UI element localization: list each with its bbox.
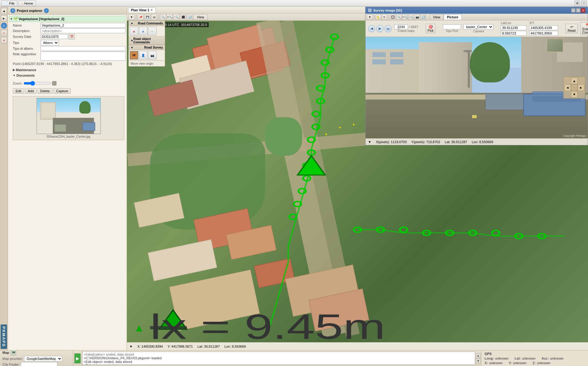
survey-picture-tab[interactable]: Picture (444, 14, 462, 20)
svg-point-18 (423, 230, 430, 236)
survey-y-pixel: Y(pixels): 710,8702 (411, 140, 440, 144)
nav-down-arrow[interactable]: ▼ (571, 91, 578, 98)
nav-back-btn[interactable]: ◄ (1, 8, 7, 14)
survey-tool-6[interactable]: -🔍 (408, 14, 414, 20)
close-btn[interactable]: ✕ (1, 37, 7, 43)
survey-tool-4[interactable]: 🔍 (396, 14, 402, 20)
documents-arrow: ▼ (13, 74, 16, 77)
minimap-icon[interactable]: 🗺 (11, 350, 16, 355)
file-label: File (9, 2, 15, 5)
frame-current-input[interactable] (394, 24, 408, 29)
toolbar-btn-1[interactable]: 📌 (138, 14, 144, 20)
zoom-label: Zoom: (13, 82, 22, 85)
road-survey-dropdown: ▼ (131, 46, 133, 49)
survey-tool-7[interactable]: 📷 (414, 14, 420, 20)
add-btn[interactable]: Add (25, 88, 37, 94)
road-survey-btn-3[interactable]: 📷 (148, 51, 157, 60)
frame-index-label: Frame index (398, 29, 415, 33)
nav-right-arrow[interactable]: ► (578, 84, 584, 91)
tipo-albero-input[interactable] (41, 46, 125, 51)
toolbar-btn-4[interactable]: 🔍 (160, 14, 166, 20)
log-scroll-up[interactable]: ▲ (476, 353, 481, 358)
plan-view-dropdown-btn[interactable]: ▼ (128, 14, 135, 20)
nav-play-btn[interactable]: ▶ (376, 25, 384, 32)
map-provider-select[interactable]: GoogleSatelliteMap (24, 356, 62, 361)
toolbar-btn-5[interactable]: +🔍 (167, 14, 173, 20)
pkmaps-brand: PKMAPS (1, 324, 7, 349)
survey-win-close-btn[interactable]: ✕ (581, 8, 585, 13)
warning-btn[interactable]: ⚠ (1, 30, 7, 36)
road-cmd-btn-1[interactable]: ▲ (130, 27, 138, 35)
survey-date-input[interactable] (41, 34, 68, 39)
enter-coord-btn[interactable]: 📍 Enter Coord. (580, 22, 588, 35)
capture-btn[interactable]: Capture (53, 88, 71, 94)
pick-btn[interactable]: 🎯 Pick (426, 24, 436, 33)
status-dropdown[interactable]: ▼ (368, 140, 371, 144)
survey-win-max-btn[interactable]: □ (576, 8, 580, 13)
move-view-origin-label: Move view origin (131, 62, 153, 65)
info-btn[interactable]: i (1, 23, 7, 29)
edit-btn[interactable]: Edit (13, 88, 24, 94)
survey-tool-8[interactable]: 🔄 (420, 14, 426, 20)
svg-point-22 (515, 234, 522, 239)
road-commands-dropdown: ▼ (131, 22, 133, 25)
survey-lon-status: Lon: 8,593669 (472, 140, 493, 144)
nav-next-btn[interactable]: ⏭ (384, 25, 392, 32)
survey-tool-3[interactable]: 🔲 (390, 14, 395, 20)
vegetation-tree-node[interactable]: ▼ 🌱 Vegetazione [Vegetazione_2] (9, 16, 125, 22)
gps-y-key: Y: (509, 361, 512, 365)
city-finder-input[interactable] (21, 362, 57, 366)
calendar-btn[interactable]: 📅 (69, 34, 75, 39)
camera-select[interactable]: basler_Center (464, 24, 493, 30)
survey-tool-1[interactable]: 📐 (376, 14, 381, 20)
maintenance-section[interactable]: ▶ Maintenance (12, 67, 125, 72)
log-scroll-down[interactable]: ▼ (476, 358, 481, 363)
description-input[interactable] (41, 28, 125, 33)
camera-label: Camera (473, 30, 484, 33)
maintenance-label: Maintenance (16, 68, 36, 72)
view-btn[interactable]: View (193, 14, 207, 20)
home-icon: ⌂ (21, 2, 23, 5)
survey-view-tab[interactable]: View (430, 14, 444, 20)
toolbar-btn-6[interactable]: -🔍 (173, 14, 179, 20)
file-icon: 📄 (4, 1, 8, 5)
y-input[interactable] (529, 31, 558, 36)
nav-forward-btn[interactable]: ► (1, 15, 7, 21)
tipo-select[interactable]: Albero (41, 40, 59, 45)
map-label: Map (2, 351, 9, 354)
reset-btn[interactable]: ↩ Reset (565, 24, 578, 33)
delete-btn[interactable]: Delete (38, 88, 53, 94)
survey-tool-2[interactable]: ✏ (382, 14, 387, 20)
log-line-3: <Edit object> ended, data stored (84, 360, 474, 364)
gps-x-key: X: (485, 361, 488, 365)
survey-win-min-btn[interactable]: _ (571, 8, 575, 13)
nav-left-arrow[interactable]: ◄ (564, 84, 571, 91)
survey-dropdown-btn[interactable]: ▼ (367, 14, 373, 20)
road-cmd-btn-3[interactable]: ↔ (148, 27, 157, 35)
lon-input[interactable] (501, 31, 527, 36)
road-survey-btn-1[interactable]: 🗺 (130, 51, 138, 60)
toolbar-btn-7[interactable]: ⬛ (180, 14, 186, 20)
file-menu-btn[interactable]: 📄 File (1, 0, 17, 6)
zoom-slider[interactable] (23, 81, 51, 86)
toolbar-btn-3[interactable]: 🗂 (151, 14, 157, 20)
x-input[interactable] (529, 25, 558, 30)
home-menu-btn[interactable]: ⌂ Home (19, 1, 36, 6)
gps-port-input[interactable] (443, 24, 461, 29)
documents-section[interactable]: ▼ Documents (12, 73, 125, 78)
plan-view-tab[interactable]: Plan View 1 ✕ (128, 7, 156, 13)
toolbar-btn-2[interactable]: 💾 (144, 14, 150, 20)
note-input[interactable] (41, 52, 125, 61)
survey-tool-5[interactable]: +🔍 (402, 14, 408, 20)
name-input[interactable] (41, 23, 125, 28)
nav-up-arrow[interactable]: ▲ (571, 78, 578, 84)
plan-dropdown-btn[interactable]: ▼ (129, 345, 133, 348)
lat-input[interactable] (501, 25, 527, 30)
gps-port-label: Gps Port (446, 29, 458, 33)
road-cmd-btn-2[interactable]: ▲ (139, 27, 147, 35)
toolbar-btn-8[interactable]: 🔄 (187, 14, 193, 20)
nav-prev-btn[interactable]: ◀ (368, 25, 375, 32)
plan-view-close-icon[interactable]: ✕ (150, 9, 153, 12)
road-survey-btn-2[interactable]: 👤 (139, 51, 147, 60)
go-btn[interactable]: ▶ (74, 353, 81, 363)
